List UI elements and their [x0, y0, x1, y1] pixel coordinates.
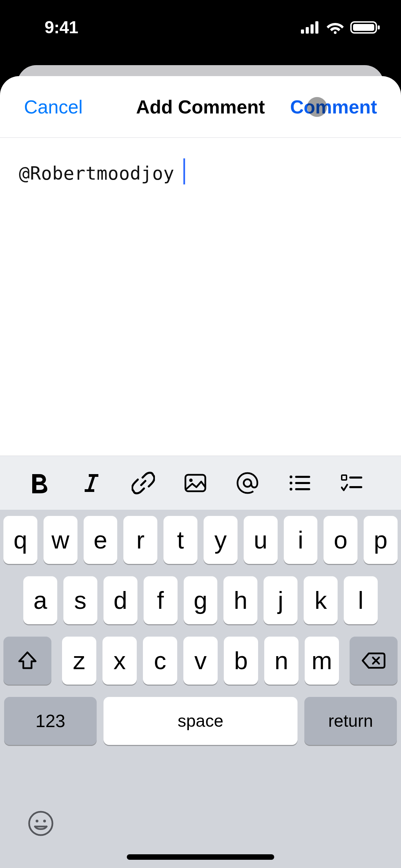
home-indicator: [127, 854, 274, 860]
key-s[interactable]: s: [63, 576, 97, 624]
key-d[interactable]: d: [104, 576, 137, 624]
status-bar: 9:41: [0, 0, 401, 48]
numbers-key[interactable]: 123: [4, 697, 97, 745]
key-h[interactable]: h: [223, 576, 257, 624]
key-q[interactable]: q: [3, 516, 37, 564]
key-x[interactable]: x: [102, 637, 137, 685]
bullet-list-icon: [289, 474, 310, 492]
add-comment-sheet: Cancel Add Comment Comment @Robertmoodjo…: [0, 76, 401, 868]
comment-editor[interactable]: @Robertmoodjoy: [0, 138, 401, 456]
svg-rect-16: [295, 488, 310, 490]
key-i[interactable]: i: [284, 516, 318, 564]
cancel-button[interactable]: Cancel: [24, 96, 83, 118]
image-button[interactable]: [169, 456, 221, 510]
svg-point-21: [36, 820, 38, 822]
svg-rect-6: [353, 24, 374, 31]
status-time: 9:41: [45, 17, 78, 37]
svg-point-10: [244, 479, 251, 487]
key-w[interactable]: w: [44, 516, 77, 564]
svg-point-4: [334, 31, 337, 34]
svg-point-9: [189, 479, 193, 482]
nav-bar: Cancel Add Comment Comment: [0, 76, 401, 138]
svg-point-13: [290, 482, 292, 484]
key-m[interactable]: m: [305, 637, 339, 685]
svg-rect-17: [342, 475, 347, 480]
mention-icon: [236, 472, 259, 494]
emoji-key[interactable]: [27, 810, 54, 837]
comment-button[interactable]: Comment: [290, 96, 377, 118]
svg-rect-2: [311, 24, 314, 34]
key-c[interactable]: c: [143, 637, 177, 685]
format-toolbar: [0, 456, 401, 510]
text-cursor: [183, 158, 185, 184]
key-g[interactable]: g: [184, 576, 218, 624]
bullet-list-button[interactable]: [274, 456, 326, 510]
svg-rect-1: [306, 27, 309, 34]
editor-content: @Robertmoodjoy: [19, 163, 174, 184]
key-j[interactable]: j: [264, 576, 297, 624]
svg-rect-0: [301, 29, 304, 34]
key-v[interactable]: v: [183, 637, 218, 685]
key-p[interactable]: p: [364, 516, 398, 564]
link-button[interactable]: [117, 456, 169, 510]
svg-rect-12: [295, 476, 310, 478]
key-u[interactable]: u: [244, 516, 278, 564]
italic-icon: [83, 473, 100, 493]
key-n[interactable]: n: [264, 637, 299, 685]
svg-rect-18: [349, 477, 362, 479]
svg-point-11: [290, 475, 292, 478]
link-icon: [132, 471, 155, 495]
bold-button[interactable]: [13, 456, 65, 510]
svg-rect-3: [315, 21, 318, 34]
keyboard: qwertyuiop asdfghjkl zxcvbnm: [0, 510, 401, 868]
shift-icon: [17, 651, 38, 670]
backspace-icon: [361, 652, 386, 669]
svg-point-22: [43, 820, 46, 822]
key-o[interactable]: o: [324, 516, 357, 564]
key-z[interactable]: z: [62, 637, 96, 685]
mention-button[interactable]: [221, 456, 274, 510]
key-l[interactable]: l: [344, 576, 378, 624]
checklist-button[interactable]: [326, 456, 378, 510]
svg-rect-7: [378, 25, 380, 29]
key-k[interactable]: k: [304, 576, 338, 624]
battery-icon: [350, 21, 380, 34]
key-r[interactable]: r: [123, 516, 157, 564]
cellular-icon: [301, 21, 320, 34]
wifi-icon: [326, 21, 344, 34]
key-y[interactable]: y: [204, 516, 238, 564]
key-e[interactable]: e: [84, 516, 118, 564]
backspace-key[interactable]: [350, 637, 398, 685]
key-f[interactable]: f: [144, 576, 178, 624]
svg-rect-14: [295, 482, 310, 484]
checklist-icon: [341, 474, 362, 492]
italic-button[interactable]: [65, 456, 117, 510]
svg-point-20: [29, 812, 52, 835]
space-key[interactable]: space: [104, 697, 297, 745]
image-icon: [184, 473, 207, 493]
return-key[interactable]: return: [304, 697, 397, 745]
key-b[interactable]: b: [224, 637, 258, 685]
bold-icon: [29, 472, 49, 494]
key-a[interactable]: a: [23, 576, 57, 624]
shift-key[interactable]: [3, 637, 51, 685]
key-t[interactable]: t: [163, 516, 197, 564]
svg-point-15: [290, 488, 292, 491]
svg-rect-19: [349, 486, 362, 488]
